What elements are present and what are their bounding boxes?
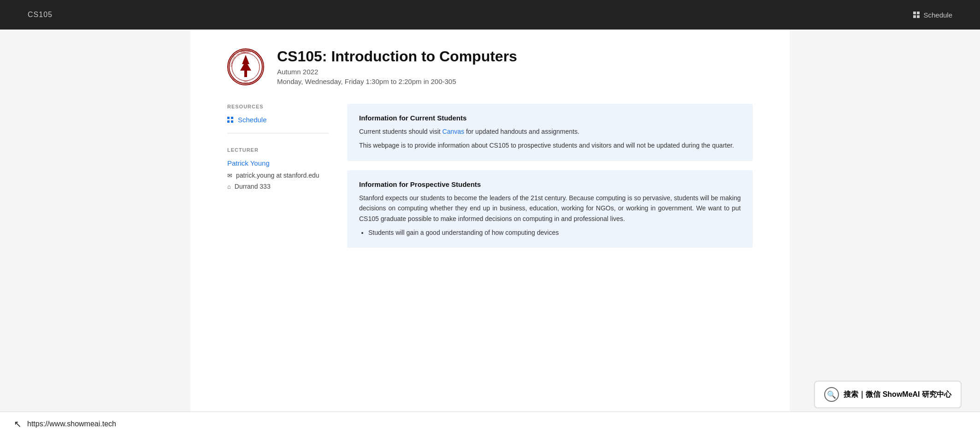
- right-content: Information for Current Students Current…: [347, 104, 753, 257]
- info-box2-text1: Stanford expects our students to become …: [359, 193, 741, 224]
- info-box1-text1: Current students should visit Canvas for…: [359, 126, 741, 137]
- lecturer-email: patrick.young at stanford.edu: [236, 172, 319, 179]
- info-box-prospective-students: Information for Prospective Students Sta…: [347, 170, 753, 248]
- info-box2-bullet1: Students will gain a good understanding …: [368, 227, 741, 238]
- info-box-current-students: Information for Current Students Current…: [347, 104, 753, 161]
- info-box1-title: Information for Current Students: [359, 114, 741, 122]
- lecturer-label: LECTURER: [227, 147, 329, 153]
- bottom-url[interactable]: https://www.showmeai.tech: [27, 420, 116, 428]
- lecturer-section: LECTURER Patrick Young ✉ patrick.young a…: [227, 147, 329, 203]
- schedule-grid-icon: [913, 12, 920, 18]
- svg-marker-2: [240, 55, 251, 77]
- info-box2-title: Information for Prospective Students: [359, 180, 741, 188]
- course-info: CS105: Introduction to Computers Autumn …: [277, 48, 517, 85]
- navbar: CS105 Schedule: [0, 0, 980, 30]
- info-box1-text2: This webpage is to provide information a…: [359, 140, 741, 150]
- schedule-link[interactable]: Schedule: [227, 116, 329, 124]
- course-term: Autumn 2022: [277, 68, 517, 76]
- watermark-text: 搜索｜微信 ShowMeAI 研究中心: [844, 390, 951, 400]
- info-box2-list: Students will gain a good understanding …: [368, 227, 741, 238]
- course-header: STANFORD 1891 STANFORD UNIVERSITY CS105:…: [227, 48, 753, 85]
- navbar-title: CS105: [28, 11, 53, 19]
- svg-text:1891: 1891: [244, 81, 248, 83]
- lecturer-email-row: ✉ patrick.young at stanford.edu: [227, 172, 329, 179]
- schedule-link-text: Schedule: [238, 116, 267, 124]
- schedule-grid-icon-blue: [227, 117, 233, 123]
- lecturer-office-row: ⌂ Durrand 333: [227, 183, 329, 190]
- left-sidebar: RESOURCES Schedule LECTURER Patrick Youn…: [227, 104, 329, 257]
- stanford-seal: STANFORD 1891 STANFORD UNIVERSITY: [227, 48, 264, 85]
- lecturer-name-link[interactable]: Patrick Young: [227, 159, 329, 167]
- showmeai-watermark: 🔍 搜索｜微信 ShowMeAI 研究中心: [814, 381, 962, 408]
- resources-label: RESOURCES: [227, 104, 329, 109]
- lecturer-office: Durrand 333: [235, 183, 271, 190]
- main-content: STANFORD 1891 STANFORD UNIVERSITY CS105:…: [190, 30, 790, 436]
- email-icon: ✉: [227, 172, 232, 179]
- navbar-schedule-link[interactable]: Schedule: [913, 11, 952, 19]
- office-icon: ⌂: [227, 183, 231, 190]
- course-schedule-time: Monday, Wednesday, Friday 1:30pm to 2:20…: [277, 78, 517, 85]
- canvas-link[interactable]: Canvas: [443, 128, 464, 135]
- bottom-bar: ↖ https://www.showmeai.tech: [0, 412, 980, 436]
- resources-section: RESOURCES Schedule: [227, 104, 329, 133]
- two-col-layout: RESOURCES Schedule LECTURER Patrick Youn…: [227, 104, 753, 257]
- cursor-icon: ↖: [14, 418, 22, 430]
- search-icon: 🔍: [824, 387, 839, 402]
- course-title: CS105: Introduction to Computers: [277, 48, 517, 65]
- navbar-schedule-label: Schedule: [923, 11, 952, 19]
